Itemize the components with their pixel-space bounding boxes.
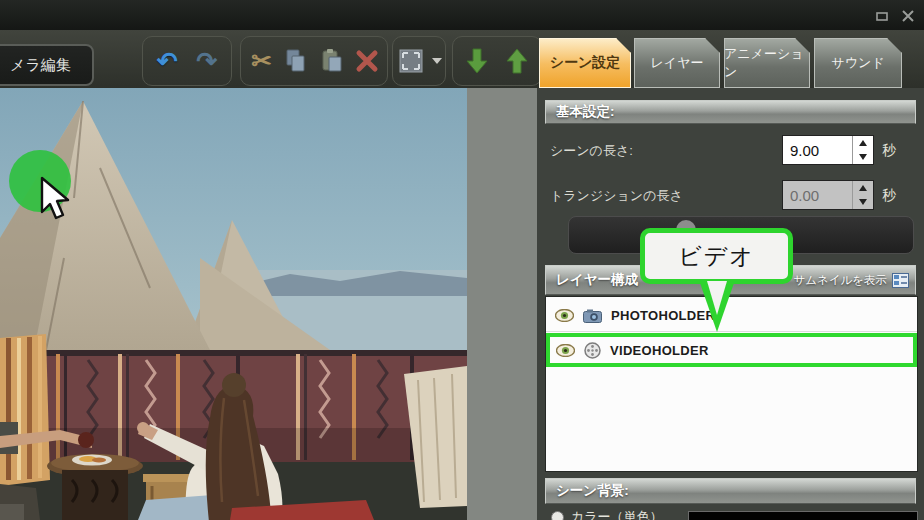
move-layer-group bbox=[452, 36, 542, 86]
tab-animation[interactable]: アニメーション bbox=[724, 38, 810, 88]
undo-icon: ↶ bbox=[157, 49, 178, 74]
scene-background-header-label: シーン背景: bbox=[556, 482, 629, 500]
transform-dropdown-icon[interactable] bbox=[432, 58, 442, 64]
spin-down-icon bbox=[859, 154, 867, 160]
layer-structure-header-label: レイヤー構成 bbox=[556, 271, 638, 289]
scene-length-down-button[interactable] bbox=[853, 150, 873, 164]
close-button[interactable] bbox=[898, 9, 918, 23]
camera-edit-tab-label: メラ編集 bbox=[10, 56, 71, 75]
video-callout-label: ビデオ bbox=[678, 241, 755, 272]
title-bar bbox=[0, 0, 924, 30]
tab-layer[interactable]: レイヤー bbox=[634, 38, 720, 88]
transition-length-unit: 秒 bbox=[882, 187, 896, 205]
film-reel-icon bbox=[584, 342, 601, 359]
transition-length-label: トランジションの長さ bbox=[550, 187, 683, 205]
transform-grid-button[interactable] bbox=[396, 44, 426, 78]
copy-icon bbox=[285, 49, 307, 73]
scissors-icon: ✂ bbox=[251, 49, 271, 73]
scene-length-unit: 秒 bbox=[882, 142, 896, 160]
transition-length-spinner bbox=[782, 180, 874, 210]
background-color-option-label: カラー（単色） bbox=[571, 508, 663, 520]
radio-icon[interactable] bbox=[551, 511, 564, 520]
move-down-button[interactable] bbox=[462, 44, 492, 78]
application-window: メラ編集 ↶ ↷ ✂ bbox=[0, 0, 924, 520]
tooltip-tail-inner bbox=[707, 281, 727, 315]
minimize-button[interactable] bbox=[872, 9, 892, 23]
tab-animation-label: アニメーション bbox=[724, 45, 810, 81]
video-callout-tooltip: ビデオ bbox=[640, 228, 793, 284]
visibility-eye-icon[interactable] bbox=[555, 309, 574, 322]
camera-edit-tab[interactable]: メラ編集 bbox=[0, 44, 94, 86]
spin-down-icon bbox=[859, 199, 867, 205]
cut-button[interactable]: ✂ bbox=[246, 44, 276, 78]
close-icon bbox=[902, 10, 914, 22]
copy-button[interactable] bbox=[281, 44, 311, 78]
scene-length-input[interactable] bbox=[783, 136, 852, 164]
transform-grid-icon bbox=[399, 49, 423, 73]
show-thumbnails-icon[interactable] bbox=[892, 273, 909, 288]
paste-icon bbox=[321, 49, 343, 73]
spin-up-icon bbox=[859, 185, 867, 191]
layer-name: VIDEOHOLDER bbox=[610, 343, 709, 358]
undo-redo-group: ↶ ↷ bbox=[142, 36, 232, 86]
camera-icon bbox=[583, 309, 602, 323]
visibility-eye-icon[interactable] bbox=[556, 344, 575, 357]
scene-length-label: シーンの長さ: bbox=[550, 142, 633, 160]
arrow-up-icon bbox=[505, 47, 529, 75]
background-color-option[interactable]: カラー（単色） bbox=[551, 508, 663, 520]
undo-button[interactable]: ↶ bbox=[152, 44, 182, 78]
edit-group: ✂ bbox=[240, 36, 388, 86]
redo-icon: ↷ bbox=[196, 49, 217, 74]
redo-button[interactable]: ↷ bbox=[192, 44, 222, 78]
show-thumbnails-label: サムネイルを表示 bbox=[793, 273, 887, 288]
minimize-icon bbox=[876, 11, 888, 21]
transition-length-down-button bbox=[853, 195, 873, 209]
scene-preview-image[interactable] bbox=[0, 88, 467, 520]
tab-sound[interactable]: サウンド bbox=[814, 38, 902, 88]
paste-button[interactable] bbox=[317, 44, 347, 78]
scene-background-header: シーン背景: bbox=[545, 478, 916, 504]
canvas-background bbox=[467, 88, 537, 520]
move-up-button[interactable] bbox=[502, 44, 532, 78]
tab-sound-label: サウンド bbox=[831, 54, 884, 72]
tab-scene-settings-label: シーン設定 bbox=[550, 54, 621, 72]
spin-up-icon bbox=[859, 140, 867, 146]
layer-row-videoholder[interactable]: VIDEOHOLDER bbox=[546, 333, 917, 367]
transition-length-input bbox=[783, 181, 852, 209]
transform-group bbox=[392, 36, 446, 86]
arrow-down-icon bbox=[465, 47, 489, 75]
delete-x-icon bbox=[355, 49, 379, 73]
delete-button[interactable] bbox=[352, 44, 382, 78]
scene-length-spinner bbox=[782, 135, 874, 165]
scene-length-up-button[interactable] bbox=[853, 136, 873, 150]
basic-settings-header: 基本設定: bbox=[545, 100, 916, 124]
click-highlight-circle bbox=[9, 150, 71, 212]
tab-scene-settings[interactable]: シーン設定 bbox=[539, 38, 631, 88]
basic-settings-header-label: 基本設定: bbox=[556, 103, 615, 121]
transition-length-up-button bbox=[853, 181, 873, 195]
tab-layer-label: レイヤー bbox=[651, 54, 704, 72]
background-color-swatch[interactable] bbox=[688, 511, 918, 520]
